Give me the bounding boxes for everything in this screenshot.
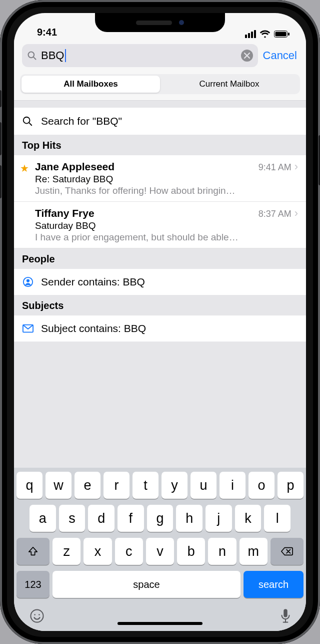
home-indicator[interactable] — [118, 622, 202, 625]
search-query-text: BBQ — [41, 49, 64, 62]
mail-time: 8:37 AM — [258, 209, 292, 219]
key-h[interactable]: h — [176, 505, 202, 532]
chevron-right-icon: › — [294, 207, 298, 220]
mail-preview: I have a prior engagement, but should be… — [35, 232, 298, 243]
key-k[interactable]: k — [235, 505, 262, 532]
filter-subject[interactable]: Subject contains: BBQ — [14, 315, 306, 342]
chevron-right-icon: › — [294, 160, 298, 173]
svg-point-10 — [31, 610, 44, 622]
person-circle-icon — [22, 276, 34, 287]
svg-line-6 — [29, 123, 32, 125]
search-icon — [22, 116, 33, 127]
key-delete[interactable] — [270, 538, 304, 565]
search-for-row[interactable]: Search for "BBQ" — [14, 108, 306, 135]
svg-rect-2 — [288, 33, 290, 36]
star-icon: ★ — [20, 162, 29, 174]
key-space[interactable]: space — [52, 571, 240, 598]
section-header-top-hits: Top Hits — [14, 135, 306, 155]
key-d[interactable]: d — [88, 505, 114, 532]
key-g[interactable]: g — [147, 505, 174, 532]
text-caret — [65, 49, 66, 62]
segment-all-mailboxes[interactable]: All Mailboxes — [22, 76, 160, 93]
key-m[interactable]: m — [240, 538, 268, 565]
key-i[interactable]: i — [220, 472, 246, 499]
device-notch — [95, 13, 225, 32]
svg-point-12 — [38, 614, 40, 615]
device-frame: 9:41 BBQ — [0, 0, 320, 644]
key-t[interactable]: t — [132, 472, 158, 499]
device-mute-switch — [0, 90, 2, 107]
key-s[interactable]: s — [59, 505, 86, 532]
mail-subject: Re: Saturday BBQ — [35, 174, 298, 185]
device-volume-down — [0, 165, 2, 198]
segment-current-mailbox[interactable]: Current Mailbox — [160, 76, 298, 93]
filter-label: Sender contains: BBQ — [41, 276, 145, 288]
cancel-button[interactable]: Cancel — [263, 49, 298, 62]
key-y[interactable]: y — [162, 472, 188, 499]
key-w[interactable]: w — [46, 472, 72, 499]
svg-rect-13 — [284, 609, 288, 617]
filter-label: Subject contains: BBQ — [41, 323, 146, 335]
device-volume-up — [0, 122, 2, 155]
mic-icon[interactable] — [280, 608, 290, 623]
mail-preview: Justin, Thanks for offering! How about b… — [35, 185, 298, 196]
key-a[interactable]: a — [30, 505, 56, 532]
wifi-icon — [260, 30, 270, 38]
key-f[interactable]: f — [118, 505, 144, 532]
clear-search-button[interactable] — [241, 50, 253, 62]
key-z[interactable]: z — [52, 538, 80, 565]
search-input[interactable]: BBQ — [22, 44, 258, 67]
filter-sender[interactable]: Sender contains: BBQ — [14, 269, 306, 295]
search-icon — [27, 51, 37, 61]
key-b[interactable]: b — [177, 538, 205, 565]
keyboard: q w e r t y u i o p a s d f g h j k l — [14, 468, 306, 631]
svg-point-11 — [34, 614, 36, 615]
key-u[interactable]: u — [190, 472, 216, 499]
mail-sender: Jane Appleseed — [35, 161, 258, 173]
mail-item[interactable]: Tiffany Frye 8:37 AM › Saturday BBQ I ha… — [14, 202, 306, 248]
key-123[interactable]: 123 — [16, 571, 50, 598]
search-row: BBQ Cancel — [14, 39, 306, 71]
emoji-icon[interactable] — [30, 608, 44, 623]
mail-subject: Saturday BBQ — [35, 220, 298, 231]
cellular-signal-icon — [245, 30, 256, 38]
key-j[interactable]: j — [206, 505, 232, 532]
key-search[interactable]: search — [244, 571, 304, 598]
mailbox-scope-segmented: All Mailboxes Current Mailbox — [20, 74, 300, 94]
envelope-icon — [22, 324, 34, 333]
key-q[interactable]: q — [16, 472, 42, 499]
svg-rect-1 — [276, 32, 286, 36]
battery-icon — [274, 31, 290, 38]
svg-line-4 — [34, 57, 36, 60]
mail-item[interactable]: ★ Jane Appleseed 9:41 AM › Re: Saturday … — [14, 155, 306, 202]
key-o[interactable]: o — [248, 472, 274, 499]
key-r[interactable]: r — [104, 472, 130, 499]
key-shift[interactable] — [16, 538, 50, 565]
search-results: Search for "BBQ" Top Hits ★ Jane Applese… — [14, 101, 306, 468]
key-n[interactable]: n — [208, 538, 236, 565]
key-l[interactable]: l — [264, 505, 290, 532]
section-header-subjects: Subjects — [14, 295, 306, 315]
search-for-label: Search for "BBQ" — [41, 115, 122, 127]
svg-point-8 — [26, 279, 30, 282]
key-e[interactable]: e — [74, 472, 100, 499]
segmented-control-wrap: All Mailboxes Current Mailbox — [14, 71, 306, 101]
mail-time: 9:41 AM — [258, 162, 292, 173]
key-c[interactable]: c — [115, 538, 143, 565]
key-x[interactable]: x — [84, 538, 112, 565]
section-header-people: People — [14, 248, 306, 269]
status-time: 9:41 — [37, 27, 57, 38]
key-p[interactable]: p — [278, 472, 304, 499]
screen: 9:41 BBQ — [14, 13, 306, 631]
mail-sender: Tiffany Frye — [35, 207, 258, 219]
key-v[interactable]: v — [146, 538, 174, 565]
